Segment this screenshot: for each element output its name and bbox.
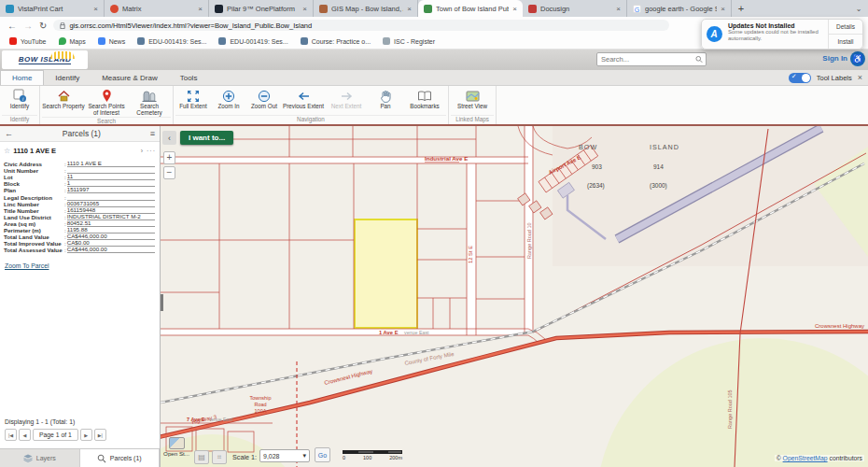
tool-labels-label: Tool Labels bbox=[817, 74, 852, 82]
back-button[interactable]: ← bbox=[7, 21, 17, 31]
first-page-button[interactable]: |◀ bbox=[5, 429, 17, 441]
previous-extent-button[interactable]: Previous Extent bbox=[282, 88, 325, 110]
openstreetmap-link[interactable]: OpenStreetMap bbox=[783, 455, 828, 461]
scale-tick-200: 200m bbox=[389, 455, 402, 460]
bookmark-course[interactable]: Course: Practice o... bbox=[301, 37, 371, 45]
map-tool-button-1[interactable]: ▤ bbox=[194, 450, 209, 464]
identify-icon: i bbox=[13, 89, 27, 103]
panel-resize-grip[interactable] bbox=[161, 294, 163, 311]
scale-tick-100: 100 bbox=[363, 455, 371, 460]
bookmark-edu-1[interactable]: EDU-001419: Ses... bbox=[137, 37, 206, 45]
isc-icon bbox=[383, 37, 390, 45]
i-want-to-button[interactable]: I want to... bbox=[180, 131, 233, 145]
tab-close-icon[interactable]: × bbox=[721, 5, 725, 13]
tab-label: Matrix bbox=[122, 5, 194, 13]
map-label-7-ave-gray: venue East bbox=[209, 417, 233, 422]
bow-island-favicon-icon bbox=[424, 5, 432, 13]
new-tab-button[interactable]: + bbox=[732, 0, 750, 17]
tab-measure-draw[interactable]: Measure & Draw bbox=[91, 70, 169, 85]
toolbar-close-icon[interactable]: × bbox=[858, 73, 862, 82]
forward-button[interactable]: → bbox=[23, 21, 33, 31]
map-zoom-in-button[interactable]: + bbox=[163, 151, 175, 164]
map-tool-button-2[interactable]: ⌗ bbox=[212, 450, 227, 464]
map-label-2634: (2634) bbox=[587, 182, 605, 190]
search-input[interactable] bbox=[597, 55, 695, 64]
tab-layers[interactable]: Layers bbox=[0, 449, 80, 467]
full-extent-button[interactable]: Full Extent bbox=[175, 88, 211, 110]
tab-close-icon[interactable]: × bbox=[93, 5, 98, 13]
address-bar[interactable]: gis.orrsc.com/Html5Viewer/index.html?vie… bbox=[53, 20, 669, 31]
map-canvas[interactable]: Industrial Ave E Airport Ave E BOW ISLAN… bbox=[161, 126, 868, 467]
browser-tab-vistaprint[interactable]: VistaPrint Cart × bbox=[0, 0, 105, 17]
browser-tab-bar: VistaPrint Cart × Matrix × Pilar 9™ OneP… bbox=[0, 0, 868, 17]
scale-go-button[interactable]: Go bbox=[315, 447, 330, 462]
accessibility-icon[interactable]: ♿ bbox=[850, 51, 865, 66]
map-label-914: 914 bbox=[653, 163, 664, 170]
reload-button[interactable]: ↻ bbox=[39, 21, 47, 31]
browser-tab-docusign[interactable]: Docusign × bbox=[523, 0, 627, 17]
bookmark-maps[interactable]: Maps bbox=[59, 37, 86, 45]
last-page-button[interactable]: ▶| bbox=[94, 429, 106, 441]
tab-close-icon[interactable]: × bbox=[198, 5, 203, 13]
selected-parcel-highlight[interactable] bbox=[355, 219, 417, 328]
pan-button[interactable]: Pan bbox=[368, 88, 403, 110]
map-label-road: Road bbox=[254, 402, 266, 407]
ribbon-group-search: Search Property Search Points of Interes… bbox=[40, 86, 174, 124]
notification-details-button[interactable]: Details bbox=[829, 20, 862, 35]
identify-button[interactable]: i Identify bbox=[2, 88, 37, 110]
map-label-1-ave-gray: venue East bbox=[404, 330, 429, 335]
tab-close-icon[interactable]: × bbox=[512, 5, 517, 13]
panel-collapse-button[interactable]: ‹ bbox=[162, 131, 176, 145]
star-icon[interactable]: ☆ bbox=[4, 147, 10, 155]
result-count-text: Displaying 1 - 1 (Total: 1) bbox=[5, 418, 155, 425]
panel-bottom-tabs: Layers Parcels (1) bbox=[0, 448, 160, 467]
more-options-icon[interactable]: ··· bbox=[147, 148, 156, 154]
notification-message: Some updates could not be installed auto… bbox=[728, 29, 826, 42]
browser-tab-pilar9[interactable]: Pilar 9™ OnePlatform × bbox=[209, 0, 314, 17]
tab-tools[interactable]: Tools bbox=[169, 70, 209, 85]
street-view-button[interactable]: Street View bbox=[451, 88, 494, 110]
scale-bar-line bbox=[343, 450, 402, 454]
browser-tab-matrix[interactable]: Matrix × bbox=[105, 0, 209, 17]
back-arrow-icon[interactable]: ← bbox=[5, 129, 13, 138]
search-property-button[interactable]: Search Property bbox=[42, 88, 85, 110]
bookmark-youtube[interactable]: YouTube bbox=[9, 37, 47, 45]
tab-close-icon[interactable]: × bbox=[302, 5, 307, 13]
tab-home[interactable]: Home bbox=[0, 70, 44, 85]
basemap-switcher[interactable]: Open St... bbox=[162, 437, 190, 457]
zoom-to-parcel-link[interactable]: Zoom To Parcel bbox=[5, 262, 49, 269]
prev-page-button[interactable]: ◀ bbox=[19, 429, 31, 441]
magnifier-icon bbox=[97, 454, 106, 463]
browser-tab-gis-map[interactable]: GIS Map - Bow Island, AB × bbox=[314, 0, 418, 17]
zoom-out-button[interactable]: Zoom Out bbox=[246, 88, 282, 110]
list-menu-icon[interactable]: ≡ bbox=[150, 129, 155, 138]
tab-close-icon[interactable]: × bbox=[407, 5, 412, 13]
group-label-search: Search bbox=[42, 117, 171, 124]
bookmarks-button[interactable]: Bookmarks bbox=[403, 88, 446, 110]
next-page-button[interactable]: ▶ bbox=[80, 429, 92, 441]
bookmark-edu-2[interactable]: EDU-001419: Ses... bbox=[218, 37, 287, 45]
feature-header[interactable]: ☆ 1110 1 AVE E › ··· bbox=[0, 144, 160, 158]
search-icon[interactable] bbox=[695, 54, 703, 64]
search-cemetery-button[interactable]: Search Cemetery bbox=[128, 88, 171, 117]
search-points-of-interest-button[interactable]: Search Points of Interest bbox=[85, 88, 128, 117]
scale-select[interactable]: 9,028 ▾ bbox=[259, 449, 310, 462]
bookmark-isc[interactable]: ISC - Register bbox=[383, 37, 435, 45]
tab-close-icon[interactable]: × bbox=[616, 5, 621, 13]
bookmark-news[interactable]: News bbox=[98, 37, 126, 45]
browser-tab-bow-island-active[interactable]: Town of Bow Island Public Site × bbox=[418, 0, 523, 17]
map-zoom-out-button[interactable]: − bbox=[163, 166, 175, 179]
panel-title: Parcels (1) bbox=[13, 129, 150, 138]
sign-in-link[interactable]: Sign In bbox=[822, 54, 847, 63]
zoom-in-button[interactable]: Zoom In bbox=[211, 88, 246, 110]
map-viewport[interactable]: Industrial Ave E Airport Ave E BOW ISLAN… bbox=[161, 126, 868, 467]
tab-parcels[interactable]: Parcels (1) bbox=[80, 449, 161, 467]
tool-labels-toggle[interactable]: ✓ bbox=[789, 73, 811, 83]
chevron-right-icon[interactable]: › bbox=[141, 148, 144, 154]
tab-identify[interactable]: Identify bbox=[44, 70, 91, 85]
notification-install-button[interactable]: Install bbox=[829, 35, 862, 49]
browser-tab-google-search[interactable]: G google earth - Google Search × bbox=[627, 0, 732, 17]
youtube-icon bbox=[9, 37, 17, 45]
tab-overflow-chevron-icon[interactable]: ⌄ bbox=[849, 0, 868, 17]
google-favicon-icon: G bbox=[633, 5, 641, 13]
